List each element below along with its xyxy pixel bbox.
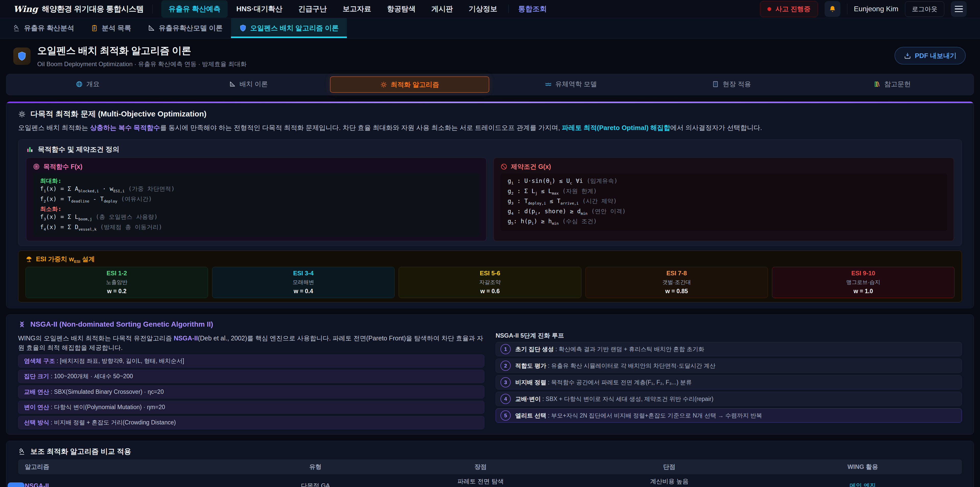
- globe-icon: [76, 81, 83, 88]
- section-tab-label: 개요: [86, 80, 100, 89]
- section-tab[interactable]: 유체역학 모델: [492, 77, 650, 92]
- moo-intro-paragraph: 오일펜스 배치 최적화는 상충하는 복수 목적함수를 동시에 만족해야 하는 전…: [18, 123, 962, 133]
- nsga-step-row: 3비지배 정렬 : 목적함수 공간에서 파레토 전면 계층(F₁, F₂, F₃…: [496, 375, 962, 390]
- shield-icon: [239, 24, 247, 32]
- microscope-icon: [18, 448, 26, 455]
- no-entry-icon: [501, 163, 508, 170]
- subnav-tab[interactable]: 오일펜스 배치 알고리즘 이론: [231, 18, 347, 38]
- subnav-tab[interactable]: 유출유확산모델 이론: [139, 18, 231, 38]
- table-column-header: 단점: [575, 460, 764, 474]
- comparison-section-card: 보조 최적화 알고리즘 비교 적용 알고리즘유형장점단점WING 활용 NSGA…: [6, 441, 974, 487]
- step-label: 엘리트 선택: [515, 412, 546, 419]
- step-description: : SBX + 다항식 변이로 자식 세대 생성, 제약조건 위반 수리(rep…: [541, 396, 714, 402]
- esi-range: ESI 9-10: [774, 270, 952, 277]
- page-subtitle: Oil Boom Deployment Optimization · 유출유 확…: [37, 60, 247, 68]
- nav-divider: [847, 3, 847, 14]
- page-title: 오일펜스 배치 최적화 알고리즘 이론: [37, 44, 247, 57]
- comparison-section-heading: 보조 최적화 알고리즘 비교 적용: [18, 447, 962, 457]
- download-icon: [904, 52, 912, 59]
- section-tab[interactable]: 배치 이론: [169, 77, 328, 92]
- logo-mark: Wing: [13, 4, 38, 14]
- step-description: : 유출유 확산 시뮬레이터로 각 배치안의 차단면적·도달시간 계산: [546, 362, 715, 369]
- nsga-step-row: 1초기 집단 생성 : 확산예측 결과 기반 랜덤 + 휴리스틱 배치안 혼합 …: [496, 342, 962, 356]
- nav-item[interactable]: 유출유 확산예측: [161, 0, 228, 18]
- beach-icon: [25, 256, 32, 263]
- algorithm-type-cell: 다목적 GA: [245, 474, 387, 487]
- esi-habitat-name: 맹그로브·습지: [774, 279, 952, 286]
- subnav-tab[interactable]: 분석 목록: [83, 18, 140, 38]
- incident-label: 사고 진행중: [775, 5, 810, 14]
- nsga-parameter-row: 집단 크기 : 100~200개체 · 세대수 50~200: [18, 370, 484, 383]
- app-logo[interactable]: Wing 해양환경 위기대응 통합시스템: [13, 4, 144, 14]
- esi-grade-box: ESI 9-10맹그로브·습지w = 1.0: [772, 267, 955, 298]
- wing-usage-cell: 메인 엔진: [764, 474, 962, 487]
- moo-section-heading: 다목적 최적화 문제 (Multi-Objective Optimization…: [18, 109, 962, 119]
- pdf-export-button[interactable]: PDF 내보내기: [894, 47, 966, 65]
- subnav-tab[interactable]: 유출유 확산분석: [5, 18, 83, 38]
- section-tab[interactable]: 최적화 알고리즘: [330, 77, 489, 93]
- constraints-panel: 제약조건 G(x) g1 : U·sin(θi) ≤ Uc ∀i (임계유속)g…: [493, 158, 954, 241]
- formula-line: f1(x) = Σ Ablocked,i · wESI,i (가중 차단면적): [40, 185, 473, 195]
- parameter-label: 교배 연산: [24, 388, 49, 395]
- nav-item[interactable]: 기상정보: [462, 0, 504, 18]
- esi-grade-box: ESI 5-6자갈조약w = 0.6: [399, 267, 581, 298]
- algorithm-comparison-table: 알고리즘유형장점단점WING 활용 NSGA-II다목적 GA파레토 전면 탐색…: [18, 460, 962, 487]
- nsga-step-list: 1초기 집단 생성 : 확산예측 결과 기반 랜덤 + 휴리스틱 배치안 혼합 …: [496, 342, 962, 423]
- floating-action-button[interactable]: [8, 482, 24, 487]
- esi-weight-value: w = 0.4: [215, 288, 392, 295]
- step-label: 비지배 정렬: [515, 379, 546, 386]
- incident-status-badge[interactable]: 사고 진행중: [760, 1, 818, 17]
- nav-item[interactable]: HNS·대기확산: [229, 0, 290, 18]
- building-icon: [712, 81, 719, 88]
- table-header-row: 알고리즘유형장점단점WING 활용: [18, 460, 962, 474]
- step-number-badge: 1: [501, 344, 511, 354]
- section-tab-label: 참고문헌: [884, 80, 911, 89]
- section-tab[interactable]: 개요: [9, 77, 167, 92]
- nsga-step-row: 2적합도 평가 : 유출유 확산 시뮬레이터로 각 배치안의 차단면적·도달시간…: [496, 359, 962, 373]
- nav-item[interactable]: 보고자료: [336, 0, 379, 18]
- step-label: 적합도 평가: [515, 362, 546, 369]
- parameter-label: 선택 방식: [24, 419, 49, 426]
- chart-icon: [26, 145, 34, 153]
- constraint-formulas: g1 : U·sin(θi) ≤ Uc ∀i (임계유속)g2 : Σ Lj ≤…: [501, 173, 947, 231]
- nsga-intro-paragraph: WING의 오일펜스 배치 최적화는 다목적 유전알고리즘 NSGA-II(De…: [18, 334, 484, 352]
- app-screen: Wing 해양환경 위기대응 통합시스템 유출유 확산예측HNS·대기확산긴급구…: [0, 0, 980, 487]
- logout-button[interactable]: 로그아웃: [905, 1, 944, 17]
- parameter-label: 변이 연산: [24, 404, 49, 410]
- nav-item[interactable]: 항공탐색: [380, 0, 423, 18]
- esi-weight-value: w = 0.6: [401, 288, 579, 295]
- microscope-icon: [13, 24, 21, 32]
- nav-item[interactable]: 긴급구난: [291, 0, 334, 18]
- definition-card-title: 목적함수 및 제약조건 정의: [26, 145, 954, 154]
- table-row: NSGA-II다목적 GA파레토 전면 탐색다양성 유지 우수계산비용 높음수렴…: [18, 474, 962, 487]
- section-tab[interactable]: 참고문헌: [813, 77, 971, 92]
- parameter-value: : 다항식 변이(Polynomial Mutation) · ηm=20: [49, 404, 165, 410]
- notifications-button[interactable]: [824, 1, 840, 17]
- dna-icon: [18, 321, 26, 328]
- cons-cell: 계산비용 높음수렴 느림: [575, 474, 764, 487]
- cell-line: 파레토 전면 탐색: [393, 477, 568, 486]
- subnav-tab-label: 오일펜스 배치 알고리즘 이론: [250, 24, 339, 33]
- step-label: 초기 집단 생성: [515, 346, 554, 353]
- set-square-icon: [148, 24, 155, 32]
- table-column-header: 유형: [245, 460, 387, 474]
- page-title-block: 오일펜스 배치 최적화 알고리즘 이론 Oil Boom Deployment …: [37, 44, 247, 68]
- section-tab-label: 현장 적용: [722, 80, 751, 89]
- table-column-header: 장점: [386, 460, 575, 474]
- esi-grade-box: ESI 7-8갯벌·조간대w = 0.85: [585, 267, 768, 298]
- parameter-value: : 비지배 정렬 + 혼잡도 거리(Crowding Distance): [49, 419, 176, 426]
- hamburger-menu-button[interactable]: [951, 1, 967, 17]
- section-tab-label: 배치 이론: [239, 80, 268, 89]
- incident-dot-icon: [767, 7, 771, 11]
- section-tab[interactable]: 현장 적용: [652, 77, 811, 92]
- cell-line: 계산비용 높음: [582, 477, 757, 486]
- esi-range: ESI 5-6: [401, 270, 579, 277]
- constraints-panel-title: 제약조건 G(x): [501, 163, 947, 171]
- esi-weight-value: w = 0.85: [588, 288, 765, 295]
- step-description: : 목적함수 공간에서 파레토 전면 계층(F₁, F₂, F₃...) 분류: [546, 379, 692, 386]
- nav-item[interactable]: 통합조회: [511, 0, 554, 18]
- objective-formulas: 최대화:f1(x) = Σ Ablocked,i · wESI,i (가중 차단…: [33, 173, 479, 237]
- nav-item[interactable]: 게시판: [425, 0, 460, 18]
- parameter-value: : [배치지점 좌표, 방향각θ, 길이L, 형태, 배치순서]: [55, 358, 184, 364]
- cell-line: 수렴 느림: [582, 486, 757, 487]
